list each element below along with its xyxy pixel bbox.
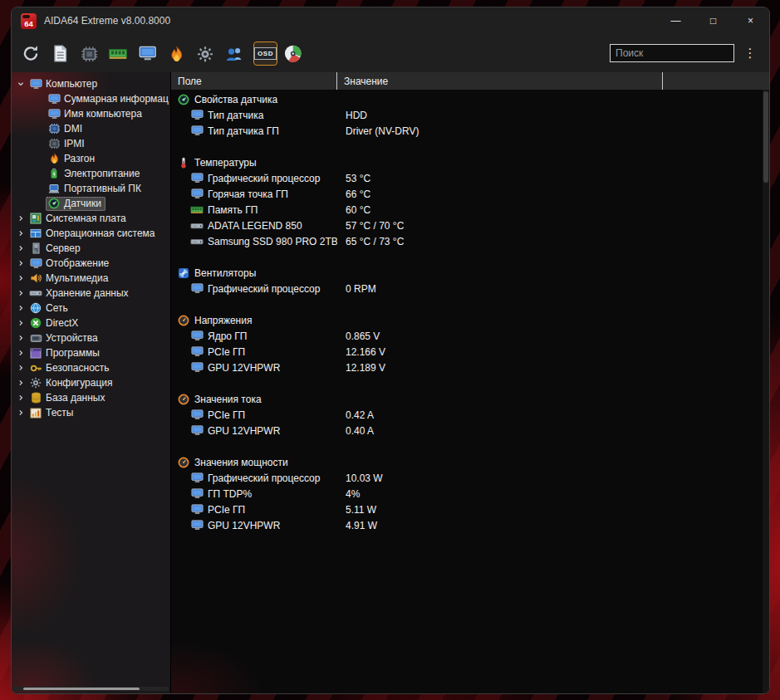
sensor-row[interactable]: Горячая точка ГП66 °C: [171, 186, 769, 202]
vertical-scrollbar-thumb[interactable]: [763, 91, 768, 183]
sidebar-item-network[interactable]: Сеть: [12, 301, 170, 316]
group-row-currents[interactable]: Значения тока: [171, 391, 769, 407]
window-controls: — □ ×: [657, 7, 769, 34]
chevron-right-icon[interactable]: [15, 303, 26, 314]
sensor-row[interactable]: Тип датчика ГПDriver (NV-DRV): [171, 123, 769, 139]
chevron-right-icon[interactable]: [15, 393, 26, 404]
sidebar-item-directx[interactable]: DirectX: [12, 316, 170, 330]
chevron-right-icon[interactable]: [15, 408, 26, 419]
field-cell: PCIe ГП: [171, 409, 337, 421]
sidebar-item-summary[interactable]: Суммарная информац: [12, 91, 170, 106]
sidebar-item-computer[interactable]: Компьютер: [12, 76, 170, 91]
report-button[interactable]: [51, 42, 73, 65]
sidebar-item-multimedia[interactable]: Мультимедиа: [12, 271, 170, 286]
group-row-temperatures[interactable]: Температуры: [171, 154, 769, 170]
sensor-row[interactable]: ГП TDP%4%: [171, 486, 769, 502]
field-value: HDD: [337, 110, 663, 121]
sensor-row[interactable]: Ядро ГП0.865 V: [171, 328, 769, 344]
sidebar-item-content: Конфигурация: [27, 376, 117, 390]
refresh-button[interactable]: [22, 42, 44, 65]
minimize-button[interactable]: —: [657, 7, 694, 34]
sidebar-item-portable-pc[interactable]: Портативный ПК: [12, 181, 170, 196]
sensor-row[interactable]: GPU 12VHPWR0.40 A: [171, 423, 769, 438]
chevron-right-icon[interactable]: [15, 288, 26, 299]
sidebar-item-sensors[interactable]: Датчики: [12, 196, 170, 211]
chevron-right-icon[interactable]: [15, 213, 26, 224]
sensor-row[interactable]: Графический процессор10.03 W: [171, 470, 769, 486]
sidebar-item-server[interactable]: Сервер: [12, 241, 170, 256]
thermo-icon: [177, 156, 190, 169]
sensor-row[interactable]: PCIe ГП0.42 A: [171, 407, 769, 423]
column-header-value[interactable]: Значение: [337, 72, 663, 90]
sidebar-horizontal-scrollbar-thumb[interactable]: [23, 688, 140, 690]
sensor-row[interactable]: Samsung SSD 980 PRO 2TB65 °C / 73 °C: [171, 233, 769, 249]
sidebar-item-storage[interactable]: Хранение данных: [12, 286, 170, 301]
sensor-panel-button[interactable]: [283, 42, 306, 65]
sidebar-item-computer-name[interactable]: Имя компьютера: [12, 106, 170, 121]
drive-icon: [190, 235, 204, 247]
sidebar-item-dmi[interactable]: DMI: [12, 121, 170, 136]
sensor-row[interactable]: Тип датчикаHDD: [171, 107, 769, 123]
stability-test-button[interactable]: [167, 42, 189, 65]
group-row-fans[interactable]: Вентиляторы: [171, 265, 769, 281]
os-icon: [29, 228, 42, 240]
chevron-right-icon[interactable]: [15, 378, 26, 389]
cpuid-button[interactable]: [80, 42, 102, 65]
group-spacer: [171, 249, 769, 265]
sidebar-item-security[interactable]: Безопасность: [12, 360, 170, 375]
column-header-field[interactable]: Поле: [171, 72, 337, 90]
field-label: PCIe ГП: [208, 504, 245, 516]
sidebar-item-overclock[interactable]: Разгон: [12, 151, 170, 166]
group-row-powers[interactable]: Значения мощности: [171, 454, 769, 470]
network-icon: [29, 302, 42, 315]
maximize-button[interactable]: □: [694, 7, 732, 34]
settings-button[interactable]: [196, 42, 218, 65]
chevron-right-icon[interactable]: [15, 333, 26, 344]
sensor-row[interactable]: Графический процессор0 RPM: [171, 281, 769, 296]
close-button[interactable]: ×: [732, 7, 769, 34]
chevron-right-icon[interactable]: [15, 348, 26, 359]
sensor-row[interactable]: Графический процессор53 °C: [171, 170, 769, 186]
sidebar-item-content: DMI: [46, 122, 86, 136]
monitor-icon: [47, 93, 61, 105]
vertical-scrollbar[interactable]: [763, 90, 769, 693]
memory-benchmark-button[interactable]: [109, 42, 131, 65]
sensor-row[interactable]: PCIe ГП5.11 W: [171, 502, 769, 517]
sensor-row[interactable]: ADATA LEGEND 85057 °C / 70 °C: [171, 218, 769, 233]
sensor-row[interactable]: PCIe ГП12.166 V: [171, 344, 769, 360]
chevron-right-icon[interactable]: [15, 318, 26, 329]
chevron-down-icon[interactable]: [15, 79, 26, 90]
sidebar-item-devices[interactable]: Устройства: [12, 330, 170, 345]
gpu-info-button[interactable]: [138, 42, 160, 65]
table-header: Поле Значение: [171, 72, 769, 90]
chevron-right-icon[interactable]: [15, 228, 26, 239]
chevron-right-icon[interactable]: [15, 243, 26, 254]
group-row-sensor-properties[interactable]: Свойства датчика: [171, 91, 769, 107]
sidebar-item-label: Мультимедиа: [46, 272, 108, 284]
sensor-row[interactable]: Память ГП60 °C: [171, 202, 769, 218]
field-value: 66 °C: [337, 188, 663, 200]
sidebar-item-content: DirectX: [27, 316, 82, 330]
chevron-right-icon[interactable]: [15, 363, 26, 374]
field-cell: GPU 12VHPWR: [171, 361, 337, 374]
sidebar-item-benchmarks[interactable]: Тесты: [12, 405, 170, 420]
sidebar-item-operating-system[interactable]: Операционная система: [12, 226, 170, 241]
osd-button[interactable]: OSD: [254, 42, 277, 65]
sidebar-item-ipmi[interactable]: IPMI: [12, 136, 170, 151]
sensor-row[interactable]: GPU 12VHPWR12.189 V: [171, 360, 769, 375]
sidebar-item-power[interactable]: Электропитание: [12, 166, 170, 181]
sidebar-item-display[interactable]: Отображение: [12, 256, 170, 271]
sidebar-item-content: Мультимедиа: [27, 272, 112, 286]
sidebar-item-database[interactable]: База данных: [12, 390, 170, 405]
group-row-voltages[interactable]: Напряжения: [171, 312, 769, 328]
sidebar-item-programs[interactable]: Программы: [12, 345, 170, 360]
chevron-right-icon[interactable]: [15, 258, 26, 269]
chevron-right-icon[interactable]: [15, 273, 26, 284]
search-input[interactable]: [610, 44, 734, 62]
community-button[interactable]: [225, 42, 248, 65]
overflow-menu-button[interactable]: ⋮: [741, 46, 759, 61]
sidebar-item-config[interactable]: Конфигурация: [12, 375, 170, 390]
sidebar-horizontal-scrollbar[interactable]: [13, 687, 169, 691]
sensor-row[interactable]: GPU 12VHPWR4.91 W: [171, 517, 769, 533]
sidebar-item-motherboard[interactable]: Системная плата: [12, 211, 170, 226]
